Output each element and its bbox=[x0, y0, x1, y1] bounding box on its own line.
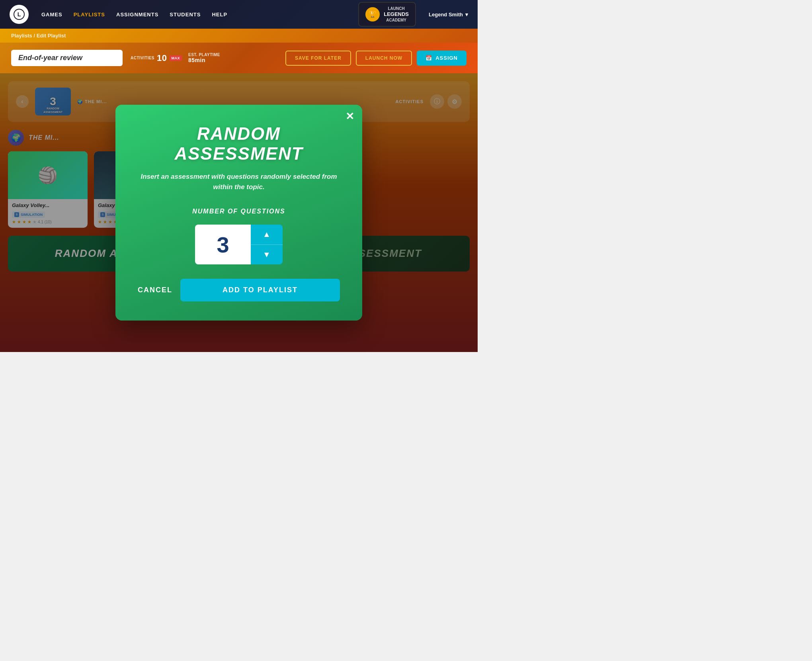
modal-close-button[interactable]: ✕ bbox=[345, 111, 354, 121]
nav-link-help[interactable]: HELP bbox=[212, 12, 227, 18]
academy-text: LAUNCH LEGENDS ACADEMY bbox=[384, 6, 409, 23]
max-badge: MAX bbox=[170, 55, 182, 61]
nav-user[interactable]: Legend Smith ▾ bbox=[429, 12, 468, 18]
nav-link-games[interactable]: GAMES bbox=[41, 12, 62, 18]
nav-links: GAMES PLAYLISTS ASSIGNMENTS STUDENTS HEL… bbox=[41, 12, 345, 18]
nav-link-assignments[interactable]: ASSIGNMENTS bbox=[116, 12, 158, 18]
add-to-playlist-button[interactable]: ADD TO PLAYLIST bbox=[180, 279, 340, 301]
playlist-stats: ACTIVITIES 10 MAX EST. PLAYTIME 85min bbox=[131, 53, 220, 63]
save-for-later-button[interactable]: SAVE FOR LATER bbox=[285, 51, 351, 66]
breadcrumb-playlists[interactable]: Playlists bbox=[11, 33, 32, 39]
modal-title: RANDOM ASSESSMENT bbox=[138, 124, 340, 164]
breadcrumb-separator: / bbox=[33, 33, 36, 39]
stepper-value: 3 bbox=[195, 225, 251, 264]
breadcrumb: Playlists / Edit Playlist bbox=[0, 29, 478, 43]
nav-link-playlists[interactable]: PLAYLISTS bbox=[74, 12, 105, 18]
cancel-button[interactable]: CANCEL bbox=[138, 286, 172, 294]
breadcrumb-edit: Edit Playlist bbox=[37, 33, 66, 39]
chevron-down-icon: ▾ bbox=[465, 12, 468, 18]
playtime: EST. PLAYTIME 85min bbox=[188, 53, 220, 63]
playlist-name-input[interactable] bbox=[11, 50, 123, 66]
chevron-down-icon: ▼ bbox=[263, 250, 271, 259]
launch-now-button[interactable]: LAUNCH NOW bbox=[356, 51, 412, 66]
academy-icon: 🏆 bbox=[365, 7, 380, 22]
chevron-up-icon: ▲ bbox=[263, 230, 271, 239]
header-actions: SAVE FOR LATER LAUNCH NOW 📅 ASSIGN bbox=[285, 51, 467, 66]
random-assessment-modal: ✕ RANDOM ASSESSMENT Insert an assessment… bbox=[115, 105, 362, 321]
number-stepper: 3 ▲ ▼ bbox=[138, 225, 340, 264]
main-content: ‹ 3 RANDOMASSESSMENT 🌍 THE MI... ACTIVIT… bbox=[0, 73, 478, 352]
modal-questions-label: NUMBER OF QUESTIONS bbox=[138, 208, 340, 215]
activities-count: ACTIVITIES 10 MAX bbox=[131, 53, 182, 63]
modal-overlay[interactable]: ✕ RANDOM ASSESSMENT Insert an assessment… bbox=[0, 73, 478, 352]
modal-subtitle: Insert an assessment with questions rand… bbox=[138, 172, 340, 192]
assign-button[interactable]: 📅 ASSIGN bbox=[417, 51, 467, 66]
svg-text:L: L bbox=[18, 11, 21, 18]
navbar: L GAMES PLAYLISTS ASSIGNMENTS STUDENTS H… bbox=[0, 0, 478, 29]
stepper-controls: ▲ ▼ bbox=[251, 225, 283, 264]
stepper-down-button[interactable]: ▼ bbox=[251, 245, 283, 265]
nav-logo[interactable]: L bbox=[10, 5, 29, 24]
nav-academy[interactable]: 🏆 LAUNCH LEGENDS ACADEMY bbox=[358, 2, 416, 27]
stepper-up-button[interactable]: ▲ bbox=[251, 225, 283, 245]
nav-link-students[interactable]: STUDENTS bbox=[170, 12, 201, 18]
modal-actions: CANCEL ADD TO PLAYLIST bbox=[138, 279, 340, 301]
calendar-icon: 📅 bbox=[426, 55, 432, 61]
playlist-header: ACTIVITIES 10 MAX EST. PLAYTIME 85min SA… bbox=[0, 43, 478, 73]
